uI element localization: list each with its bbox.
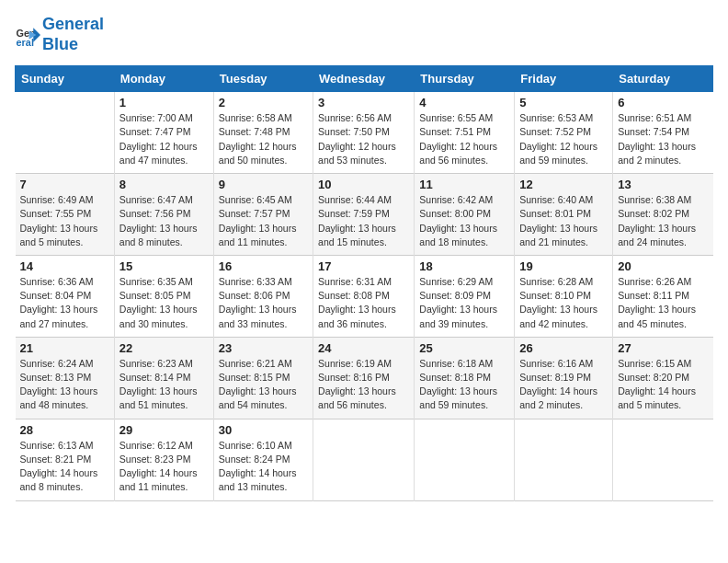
calendar-cell: 8Sunrise: 6:47 AM Sunset: 7:56 PM Daylig… — [114, 174, 213, 256]
day-info: Sunrise: 6:12 AM Sunset: 8:23 PM Dayligh… — [119, 439, 209, 495]
day-info: Sunrise: 6:26 AM Sunset: 8:11 PM Dayligh… — [618, 275, 708, 331]
calendar-cell — [313, 419, 415, 500]
day-number: 24 — [318, 341, 409, 355]
day-info: Sunrise: 6:45 AM Sunset: 7:57 PM Dayligh… — [219, 193, 308, 249]
calendar-cell: 12Sunrise: 6:40 AM Sunset: 8:01 PM Dayli… — [515, 174, 613, 256]
day-number: 17 — [318, 259, 409, 273]
day-info: Sunrise: 6:15 AM Sunset: 8:20 PM Dayligh… — [618, 357, 708, 413]
calendar-cell: 10Sunrise: 6:44 AM Sunset: 7:59 PM Dayli… — [313, 174, 415, 256]
week-row-4: 28Sunrise: 6:13 AM Sunset: 8:21 PM Dayli… — [16, 419, 713, 500]
day-number: 18 — [419, 259, 509, 273]
day-number: 13 — [618, 178, 708, 191]
calendar-cell: 20Sunrise: 6:26 AM Sunset: 8:11 PM Dayli… — [613, 255, 713, 337]
day-number: 21 — [20, 341, 109, 355]
day-info: Sunrise: 6:29 AM Sunset: 8:09 PM Dayligh… — [419, 275, 509, 331]
calendar-cell: 14Sunrise: 6:36 AM Sunset: 8:04 PM Dayli… — [16, 255, 115, 337]
day-number: 29 — [119, 423, 209, 437]
week-row-0: 1Sunrise: 7:00 AM Sunset: 7:47 PM Daylig… — [16, 92, 713, 174]
day-number: 26 — [519, 341, 608, 355]
day-number: 23 — [219, 341, 308, 355]
calendar-cell — [415, 419, 515, 500]
day-info: Sunrise: 6:44 AM Sunset: 7:59 PM Dayligh… — [318, 193, 409, 249]
calendar-cell: 5Sunrise: 6:53 AM Sunset: 7:52 PM Daylig… — [515, 92, 613, 174]
day-info: Sunrise: 6:10 AM Sunset: 8:24 PM Dayligh… — [219, 439, 308, 495]
day-number: 8 — [119, 178, 209, 191]
calendar-cell: 17Sunrise: 6:31 AM Sunset: 8:08 PM Dayli… — [313, 255, 415, 337]
day-number: 2 — [219, 96, 308, 109]
day-info: Sunrise: 6:13 AM Sunset: 8:21 PM Dayligh… — [20, 439, 109, 495]
day-number: 7 — [20, 178, 109, 191]
calendar-cell: 24Sunrise: 6:19 AM Sunset: 8:16 PM Dayli… — [313, 337, 415, 419]
day-info: Sunrise: 6:24 AM Sunset: 8:13 PM Dayligh… — [20, 357, 109, 413]
column-header-monday: Monday — [114, 66, 213, 92]
calendar-cell: 21Sunrise: 6:24 AM Sunset: 8:13 PM Dayli… — [16, 337, 115, 419]
day-info: Sunrise: 6:40 AM Sunset: 8:01 PM Dayligh… — [519, 193, 608, 249]
calendar-cell: 16Sunrise: 6:33 AM Sunset: 8:06 PM Dayli… — [213, 255, 313, 337]
calendar-cell: 30Sunrise: 6:10 AM Sunset: 8:24 PM Dayli… — [213, 419, 313, 500]
day-number: 15 — [119, 259, 209, 273]
calendar-cell: 23Sunrise: 6:21 AM Sunset: 8:15 PM Dayli… — [213, 337, 313, 419]
calendar-cell: 26Sunrise: 6:16 AM Sunset: 8:19 PM Dayli… — [515, 337, 613, 419]
day-info: Sunrise: 6:18 AM Sunset: 8:18 PM Dayligh… — [419, 357, 509, 413]
day-number: 5 — [519, 96, 608, 109]
logo-text: GeneralBlue — [42, 15, 104, 54]
column-header-sunday: Sunday — [16, 66, 115, 92]
week-row-2: 14Sunrise: 6:36 AM Sunset: 8:04 PM Dayli… — [16, 255, 713, 337]
calendar-cell: 1Sunrise: 7:00 AM Sunset: 7:47 PM Daylig… — [114, 92, 213, 174]
calendar-cell — [515, 419, 613, 500]
calendar-header-row: SundayMondayTuesdayWednesdayThursdayFrid… — [16, 66, 713, 92]
day-number: 25 — [419, 341, 509, 355]
day-number: 4 — [419, 96, 509, 109]
day-info: Sunrise: 6:47 AM Sunset: 7:56 PM Dayligh… — [119, 193, 209, 249]
column-header-tuesday: Tuesday — [213, 66, 313, 92]
day-info: Sunrise: 6:38 AM Sunset: 8:02 PM Dayligh… — [618, 193, 708, 249]
week-row-3: 21Sunrise: 6:24 AM Sunset: 8:13 PM Dayli… — [16, 337, 713, 419]
day-number: 9 — [219, 178, 308, 191]
calendar-cell: 6Sunrise: 6:51 AM Sunset: 7:54 PM Daylig… — [613, 92, 713, 174]
logo-icon: Gen eral — [15, 22, 40, 48]
day-number: 28 — [20, 423, 109, 437]
calendar-body: 1Sunrise: 7:00 AM Sunset: 7:47 PM Daylig… — [16, 92, 713, 500]
calendar-cell: 11Sunrise: 6:42 AM Sunset: 8:00 PM Dayli… — [415, 174, 515, 256]
calendar-cell: 7Sunrise: 6:49 AM Sunset: 7:55 PM Daylig… — [16, 174, 115, 256]
day-info: Sunrise: 6:28 AM Sunset: 8:10 PM Dayligh… — [519, 275, 608, 331]
calendar-cell: 2Sunrise: 6:58 AM Sunset: 7:48 PM Daylig… — [213, 92, 313, 174]
column-header-saturday: Saturday — [613, 66, 713, 92]
calendar-cell: 3Sunrise: 6:56 AM Sunset: 7:50 PM Daylig… — [313, 92, 415, 174]
day-info: Sunrise: 7:00 AM Sunset: 7:47 PM Dayligh… — [119, 111, 209, 167]
calendar-cell: 25Sunrise: 6:18 AM Sunset: 8:18 PM Dayli… — [415, 337, 515, 419]
day-info: Sunrise: 6:53 AM Sunset: 7:52 PM Dayligh… — [519, 111, 608, 167]
day-info: Sunrise: 6:23 AM Sunset: 8:14 PM Dayligh… — [119, 357, 209, 413]
svg-text:eral: eral — [17, 36, 34, 47]
calendar-cell: 27Sunrise: 6:15 AM Sunset: 8:20 PM Dayli… — [613, 337, 713, 419]
day-info: Sunrise: 6:21 AM Sunset: 8:15 PM Dayligh… — [219, 357, 308, 413]
calendar-cell: 29Sunrise: 6:12 AM Sunset: 8:23 PM Dayli… — [114, 419, 213, 500]
week-row-1: 7Sunrise: 6:49 AM Sunset: 7:55 PM Daylig… — [16, 174, 713, 256]
day-info: Sunrise: 6:19 AM Sunset: 8:16 PM Dayligh… — [318, 357, 409, 413]
day-info: Sunrise: 6:55 AM Sunset: 7:51 PM Dayligh… — [419, 111, 509, 167]
calendar-table: SundayMondayTuesdayWednesdayThursdayFrid… — [15, 65, 713, 500]
day-info: Sunrise: 6:58 AM Sunset: 7:48 PM Dayligh… — [219, 111, 308, 167]
calendar-cell — [613, 419, 713, 500]
day-number: 20 — [618, 259, 708, 273]
column-header-friday: Friday — [515, 66, 613, 92]
day-number: 6 — [618, 96, 708, 109]
day-number: 27 — [618, 341, 708, 355]
day-info: Sunrise: 6:42 AM Sunset: 8:00 PM Dayligh… — [419, 193, 509, 249]
calendar-cell: 18Sunrise: 6:29 AM Sunset: 8:09 PM Dayli… — [415, 255, 515, 337]
day-number: 22 — [119, 341, 209, 355]
calendar-cell: 9Sunrise: 6:45 AM Sunset: 7:57 PM Daylig… — [213, 174, 313, 256]
day-number: 3 — [318, 96, 409, 109]
day-info: Sunrise: 6:16 AM Sunset: 8:19 PM Dayligh… — [519, 357, 608, 413]
day-number: 12 — [519, 178, 608, 191]
day-number: 14 — [20, 259, 109, 273]
calendar-cell: 19Sunrise: 6:28 AM Sunset: 8:10 PM Dayli… — [515, 255, 613, 337]
day-info: Sunrise: 6:51 AM Sunset: 7:54 PM Dayligh… — [618, 111, 708, 167]
column-header-thursday: Thursday — [415, 66, 515, 92]
calendar-cell: 4Sunrise: 6:55 AM Sunset: 7:51 PM Daylig… — [415, 92, 515, 174]
day-info: Sunrise: 6:35 AM Sunset: 8:05 PM Dayligh… — [119, 275, 209, 331]
calendar-cell: 22Sunrise: 6:23 AM Sunset: 8:14 PM Dayli… — [114, 337, 213, 419]
day-number: 30 — [219, 423, 308, 437]
calendar-cell: 15Sunrise: 6:35 AM Sunset: 8:05 PM Dayli… — [114, 255, 213, 337]
day-number: 1 — [119, 96, 209, 109]
